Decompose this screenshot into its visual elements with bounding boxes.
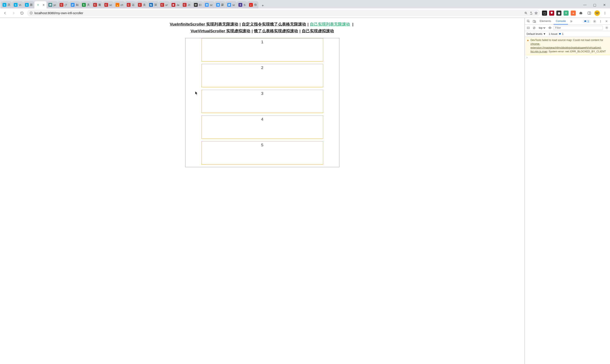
devtools-tab-elements[interactable]: Elements <box>538 18 553 25</box>
nav-separator: | <box>298 29 302 33</box>
browser-tab[interactable]: ❄sc <box>203 1 214 8</box>
window-maximize-button[interactable]: ▢ <box>590 1 599 8</box>
devtools-error-badge[interactable]: 1 <box>583 20 590 23</box>
tab-favicon: M <box>194 3 198 7</box>
extension-icon[interactable]: ▦ <box>556 11 561 16</box>
browser-tab[interactable]: b历 <box>1 1 12 8</box>
browser-tab[interactable]: CJS <box>181 1 192 8</box>
console-context-select[interactable]: top <box>538 26 546 30</box>
list-item: 3 <box>201 90 323 113</box>
tab-title: (7 <box>65 3 67 7</box>
browser-tab[interactable]: C(7 <box>58 1 69 8</box>
device-toolbar-button[interactable] <box>532 19 537 24</box>
tab-title: sc <box>232 3 235 7</box>
window-minimize-button[interactable]: — <box>580 1 590 8</box>
browser-tab[interactable]: 稀yo <box>47 1 58 8</box>
devtools-menu-button[interactable] <box>598 19 603 24</box>
tab-favicon: 🔥 <box>116 3 119 7</box>
console-settings-button[interactable] <box>605 25 609 31</box>
nav-link[interactable]: VueInfiniteScroller 实现列表无限滚动 <box>170 22 238 26</box>
profile-avatar[interactable]: 🤓 <box>594 10 600 16</box>
browser-tab[interactable]: V✕ <box>34 1 46 8</box>
list-item: 4 <box>201 116 323 139</box>
browser-tab[interactable]: C去 <box>136 1 147 8</box>
nav-link[interactable]: 自己实现列表无限滚动 <box>310 22 350 26</box>
nav-link[interactable]: 自己实现虚拟滚动 <box>302 29 334 33</box>
browser-tab[interactable]: 知深 <box>147 1 159 8</box>
zoom-icon[interactable] <box>524 11 528 15</box>
devtools-close-button[interactable] <box>604 19 609 24</box>
browser-tab[interactable]: 家sc <box>225 1 237 8</box>
console-output[interactable]: ▲ DevTools failed to load source map: Co… <box>525 37 610 364</box>
browser-tab[interactable]: MEl <box>192 1 203 8</box>
svg-point-9 <box>605 12 605 13</box>
site-info-icon[interactable] <box>30 11 33 14</box>
tab-favicon: 家 <box>227 3 231 7</box>
tab-title: 关 <box>87 3 90 7</box>
extension-icon[interactable]: V <box>564 11 569 16</box>
page-area[interactable]: VueInfiniteScroller 实现列表无限滚动|自定义指令实现饿了么表… <box>0 18 525 364</box>
browser-tab[interactable]: 🔥ch <box>114 1 125 8</box>
sidepanel-button[interactable] <box>586 10 593 16</box>
tab-favicon: 稀 <box>48 3 52 7</box>
live-expression-button[interactable] <box>548 25 552 31</box>
back-button[interactable] <box>2 10 8 16</box>
tab-title: 历 <box>8 3 10 7</box>
browser-tab[interactable]: SS <box>237 1 247 8</box>
nav-link[interactable]: 饿了么表格实现虚拟滚动 <box>254 29 298 33</box>
browser-tab[interactable]: b新 <box>23 1 34 8</box>
browser-tab[interactable]: ❄蒙 <box>214 1 225 8</box>
forward-button[interactable] <box>10 10 17 16</box>
devtools-error-count: 1 <box>587 20 589 23</box>
tab-favicon: z <box>249 3 253 7</box>
extension-icon[interactable]: ⬚ <box>542 11 547 16</box>
console-prompt[interactable]: › <box>525 55 610 60</box>
devtools-more-tabs[interactable] <box>568 19 574 24</box>
extension-icon[interactable]: ● <box>571 11 576 16</box>
gear-icon <box>593 20 596 23</box>
log-levels-dropdown[interactable]: Default levels ▼ <box>527 33 546 36</box>
issues-link[interactable]: 1 Issue: 1 <box>549 33 564 36</box>
browser-tab[interactable]: Csc <box>103 1 114 8</box>
browser-tab[interactable]: ❀Ja <box>170 1 181 8</box>
tab-title: 运 <box>132 3 134 7</box>
omnibox[interactable]: localhost:8080/my-own-infi-scroller <box>27 10 540 16</box>
browser-tab[interactable]: z你 <box>247 1 258 8</box>
clear-console-button[interactable] <box>532 25 536 31</box>
svg-point-11 <box>605 14 605 14</box>
browser-tab[interactable]: C遍 <box>92 1 102 8</box>
browser-chrome: b历bVub新V✕稀yoC(7⇄如S关C遍Csc🔥chC运C去知深Cun❀JaC… <box>0 0 610 18</box>
infinite-scroll-container[interactable]: 12345 <box>185 38 339 167</box>
browser-tab[interactable]: bVu <box>12 1 23 8</box>
devtools-settings-button[interactable] <box>592 19 597 24</box>
nav-link[interactable]: 自定义指令实现饿了么表格无限滚动 <box>242 22 306 26</box>
window-controls: — ▢ ✕ <box>580 1 609 8</box>
console-sidebar-toggle[interactable] <box>526 25 530 31</box>
reload-button[interactable] <box>19 10 25 16</box>
console-filter-input[interactable] <box>554 26 603 30</box>
tab-favicon: C <box>138 3 142 7</box>
browser-tab[interactable]: Cun <box>159 1 170 8</box>
browser-tab[interactable]: ⇄如 <box>69 1 80 8</box>
tabstrip: b历bVub新V✕稀yoC(7⇄如S关C遍Csc🔥chC运C去知深Cun❀JaC… <box>0 0 610 8</box>
tab-title: 新 <box>30 3 33 7</box>
chrome-menu-button[interactable] <box>602 10 608 16</box>
tab-title: ch <box>121 3 123 7</box>
extensions-button[interactable] <box>577 10 584 16</box>
tab-close-button[interactable]: ✕ <box>42 3 45 7</box>
nav-link[interactable]: VueVirtualScroller 实现虚拟滚动 <box>190 29 250 33</box>
inspect-element-button[interactable] <box>526 19 531 24</box>
browser-tab[interactable]: S关 <box>80 1 91 8</box>
share-icon[interactable] <box>529 11 533 15</box>
nav-separator: | <box>238 22 242 26</box>
bookmark-star-icon[interactable] <box>534 11 538 15</box>
tab-favicon: S <box>239 3 242 7</box>
nav-separator: | <box>306 22 310 26</box>
tab-favicon: ❄ <box>205 3 209 7</box>
new-tab-button[interactable]: ＋ <box>260 2 266 8</box>
browser-tab[interactable]: C运 <box>125 1 136 8</box>
tab-title: sc <box>210 3 212 7</box>
window-close-button[interactable]: ✕ <box>599 1 609 8</box>
extension-icon[interactable]: ⛊ <box>549 11 554 16</box>
devtools-tab-console[interactable]: Console <box>554 18 568 25</box>
